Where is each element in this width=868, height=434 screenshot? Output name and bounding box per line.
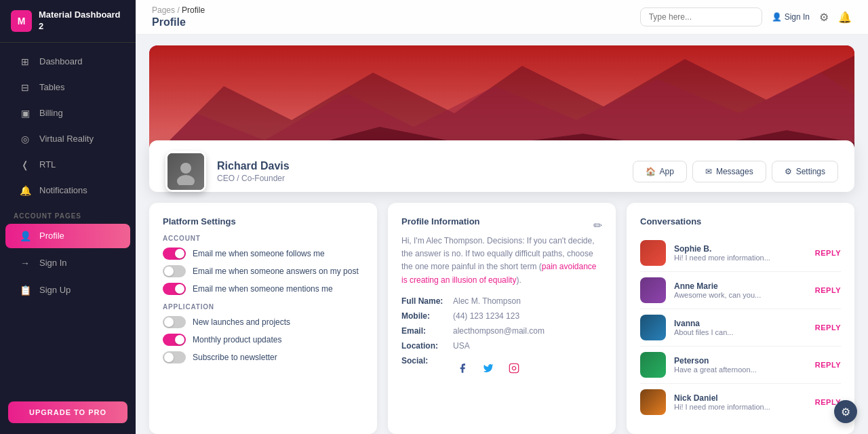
- home-icon: 🏠: [646, 167, 656, 176]
- page-title: Profile: [152, 16, 205, 28]
- gear-icon[interactable]: ⚙: [819, 11, 829, 24]
- convo-nick: Nick Daniel Hi! I need more information.…: [640, 384, 841, 420]
- notifications-icon: 🔔: [19, 185, 31, 196]
- person-icon: 👤: [772, 12, 782, 22]
- message-icon: ✉: [705, 167, 712, 176]
- logo-icon: M: [11, 10, 32, 32]
- convo-sophie-avatar: [640, 240, 666, 266]
- convo-anne-name: Anne Marie: [674, 281, 807, 291]
- location-label: Location:: [401, 341, 449, 351]
- toggle-launches[interactable]: [163, 316, 186, 328]
- twitter-icon[interactable]: [479, 359, 498, 378]
- reply-peterson-button[interactable]: REPLY: [815, 361, 841, 369]
- sidebar-item-rtl[interactable]: ❬ RTL: [5, 153, 130, 177]
- content-area: Richard Davis CEO / Co-Founder 🏠 App ✉ M…: [136, 35, 868, 434]
- toggle-monthly-row: Monthly product updates: [163, 334, 363, 346]
- toggle-follows[interactable]: [163, 248, 186, 260]
- convo-anne-msg: Awesome work, can you...: [674, 291, 807, 299]
- toggle-monthly[interactable]: [163, 334, 186, 346]
- profile-icon: 👤: [19, 231, 31, 241]
- facebook-icon[interactable]: [453, 359, 472, 378]
- signin-label: Sign In: [785, 12, 810, 22]
- signin-icon: →: [19, 258, 31, 269]
- sidebar-item-dashboard-label: Dashboard: [39, 56, 83, 66]
- toggle-answers-row: Email me when someone answers on my post: [163, 265, 363, 277]
- three-col-section: Platform Settings ACCOUNT Email me when …: [149, 203, 854, 434]
- info-social-row: Social:: [401, 356, 602, 378]
- tab-settings[interactable]: ⚙ Settings: [772, 161, 838, 182]
- edit-icon[interactable]: ✏: [593, 219, 602, 232]
- social-label: Social:: [401, 356, 449, 366]
- svg-point-6: [177, 175, 195, 185]
- convo-anne: Anne Marie Awesome work, can you... REPL…: [640, 272, 841, 309]
- sidebar-item-dashboard[interactable]: ⊞ Dashboard: [5, 50, 130, 74]
- sidebar-item-profile[interactable]: 👤 Profile: [5, 224, 130, 248]
- reply-anne-button[interactable]: REPLY: [815, 286, 841, 294]
- toggle-answers[interactable]: [163, 265, 186, 277]
- profile-header-left: Richard Davis CEO / Co-Founder: [165, 151, 290, 192]
- sidebar-item-notifications[interactable]: 🔔 Notifications: [5, 178, 130, 203]
- convo-peterson-msg: Have a great afternoon...: [674, 366, 807, 374]
- search-input[interactable]: [640, 7, 762, 26]
- social-icons: [453, 359, 524, 378]
- convo-ivanna: Ivanna About files I can... REPLY: [640, 309, 841, 347]
- info-email-row: Email: alecthompson@mail.com: [401, 326, 602, 336]
- floating-settings-button[interactable]: ⚙: [834, 400, 857, 423]
- upgrade-button[interactable]: UPGRADE TO PRO: [8, 401, 127, 423]
- sidebar-item-vr-label: Virtual Reality: [39, 134, 94, 144]
- convo-ivanna-msg: About files I can...: [674, 328, 807, 336]
- info-fullname-row: Full Name: Alec M. Thompson: [401, 296, 602, 306]
- info-mobile-row: Mobile: (44) 123 1234 123: [401, 311, 602, 321]
- tab-messages[interactable]: ✉ Messages: [692, 161, 766, 182]
- toggle-mentions[interactable]: [163, 283, 186, 295]
- instagram-icon[interactable]: [505, 359, 524, 378]
- conversations-title: Conversations: [640, 216, 841, 226]
- avatar-placeholder: [167, 153, 204, 190]
- avatar-svg: [172, 158, 199, 185]
- app-name: Material Dashboard 2: [39, 9, 125, 33]
- sidebar-item-signin[interactable]: → Sign In: [5, 251, 130, 275]
- settings-icon: ⚙: [785, 167, 792, 176]
- convo-peterson-avatar: [640, 352, 666, 378]
- reply-ivanna-button[interactable]: REPLY: [815, 323, 841, 332]
- breadcrumb-area: Pages / Profile Profile: [152, 5, 205, 28]
- mobile-value: (44) 123 1234 123: [453, 311, 519, 321]
- breadcrumb-current: Profile: [182, 5, 205, 15]
- convo-peterson: Peterson Have a great afternoon... REPLY: [640, 347, 841, 384]
- topbar: Pages / Profile Profile 👤 Sign In ⚙ 🔔: [136, 0, 868, 35]
- tab-messages-label: Messages: [716, 167, 753, 176]
- rtl-icon: ❬: [19, 159, 31, 170]
- toggle-mentions-row: Email me when someone mentions me: [163, 283, 363, 295]
- topbar-right: 👤 Sign In ⚙ 🔔: [640, 7, 852, 26]
- application-sub-label: APPLICATION: [163, 303, 363, 311]
- toggle-newsletter-label: Subscribe to newsletter: [193, 353, 277, 362]
- email-value: alecthompson@mail.com: [453, 326, 545, 336]
- signup-icon: 📋: [19, 285, 31, 296]
- signin-button[interactable]: 👤 Sign In: [772, 12, 810, 22]
- toggle-newsletter[interactable]: [163, 351, 186, 363]
- convo-sophie-name: Sophie B.: [674, 244, 807, 254]
- tab-app-label: App: [660, 167, 674, 176]
- sidebar-item-rtl-label: RTL: [39, 159, 56, 170]
- sidebar-item-signup[interactable]: 📋 Sign Up: [5, 278, 130, 302]
- main-area: Pages / Profile Profile 👤 Sign In ⚙ 🔔: [136, 0, 868, 434]
- sidebar: M Material Dashboard 2 ⊞ Dashboard ⊟ Tab…: [0, 0, 136, 434]
- logo-area: M Material Dashboard 2: [0, 0, 136, 43]
- sidebar-item-vr[interactable]: ◎ Virtual Reality: [5, 127, 130, 151]
- sidebar-item-tables[interactable]: ⊟ Tables: [5, 75, 130, 100]
- convo-peterson-info: Peterson Have a great afternoon...: [674, 356, 807, 374]
- reply-sophie-button[interactable]: REPLY: [815, 249, 841, 257]
- dashboard-icon: ⊞: [19, 56, 31, 67]
- tab-app[interactable]: 🏠 App: [633, 161, 687, 182]
- sidebar-item-billing[interactable]: ▣ Billing: [5, 101, 130, 125]
- convo-peterson-name: Peterson: [674, 356, 807, 366]
- bell-icon[interactable]: 🔔: [838, 11, 852, 24]
- toggle-mentions-label: Email me when someone mentions me: [193, 284, 333, 294]
- profile-tabs: 🏠 App ✉ Messages ⚙ Settings: [633, 153, 838, 191]
- toggle-follows-label: Email me when someone follows me: [193, 249, 325, 258]
- svg-point-5: [180, 163, 191, 174]
- convo-ivanna-info: Ivanna About files I can...: [674, 319, 807, 336]
- convo-nick-info: Nick Daniel Hi! I need more information.…: [674, 393, 807, 411]
- convo-anne-avatar: [640, 277, 666, 303]
- profile-card: Richard Davis CEO / Co-Founder 🏠 App ✉ M…: [149, 140, 854, 192]
